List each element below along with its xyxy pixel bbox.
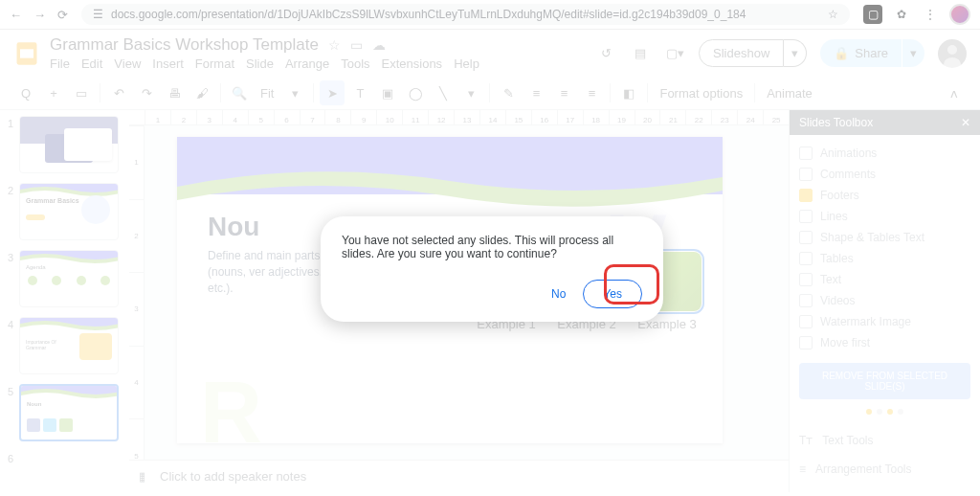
svg-rect-1: [20, 49, 33, 57]
dialog-message: You have not selected any slides. This w…: [342, 234, 642, 260]
slideshow-button[interactable]: Slideshow▾: [699, 39, 807, 67]
new-slide-icon[interactable]: +: [41, 80, 66, 105]
menu-slide[interactable]: Slide: [246, 56, 274, 71]
line-icon[interactable]: ╲: [431, 80, 456, 105]
ruler-vertical: 12345: [129, 125, 145, 492]
zoom-level[interactable]: Fit: [255, 86, 279, 101]
line-dash-icon[interactable]: ≡: [551, 80, 576, 105]
redo-icon[interactable]: ↷: [134, 80, 159, 105]
star-doc-icon[interactable]: ☆: [328, 37, 341, 53]
print-icon[interactable]: 🖶: [162, 80, 187, 105]
layout-icon[interactable]: ▭: [69, 80, 94, 105]
slides-logo-icon[interactable]: [13, 40, 40, 67]
cloud-status-icon: ☁: [372, 37, 386, 53]
back-icon[interactable]: ←: [10, 8, 22, 22]
arrangement-tools[interactable]: ≡Arrangement Tools: [799, 455, 970, 484]
app-header: Grammar Basics Workshop Template ☆ ▭ ☁ F…: [0, 30, 980, 77]
menu-view[interactable]: View: [114, 56, 141, 71]
share-button[interactable]: 🔒 Share: [820, 39, 902, 67]
textbox-icon[interactable]: T: [347, 80, 372, 105]
browser-chrome: ← → ⟳ ☰ docs.google.com/presentation/d/1…: [0, 0, 980, 30]
hide-menus-icon[interactable]: ʌ: [942, 80, 967, 105]
extension-icon-1[interactable]: ▢: [863, 5, 882, 24]
menu-extensions[interactable]: Extensions: [382, 56, 443, 71]
forward-icon[interactable]: →: [33, 8, 46, 22]
menu-format[interactable]: Format: [195, 56, 234, 71]
move-doc-icon[interactable]: ▭: [350, 37, 363, 53]
chrome-menu-icon[interactable]: ⋮: [921, 5, 940, 24]
pen-color-icon[interactable]: ✎: [496, 80, 521, 105]
site-info-icon[interactable]: ☰: [93, 8, 103, 21]
meet-icon[interactable]: ▢▾: [664, 43, 685, 64]
export-tools[interactable]: ↗Export Tools (New tools added): [799, 484, 970, 492]
speaker-notes[interactable]: Click to add speaker notes: [145, 460, 789, 492]
line-start-icon[interactable]: ≡: [579, 80, 604, 105]
dialog-no-button[interactable]: No: [544, 282, 573, 306]
thumbnail-slide-2[interactable]: Grammar Basics: [19, 183, 119, 240]
undo-icon[interactable]: ↶: [106, 80, 131, 105]
thumbnail-panel: 1 2 Grammar Basics 3 Agenda 4 Importance…: [0, 110, 129, 492]
bg-letter-r: R: [200, 364, 262, 443]
star-icon[interactable]: ☆: [828, 8, 838, 21]
menu-help[interactable]: Help: [454, 56, 479, 71]
sidebar-close-icon[interactable]: ✕: [961, 116, 970, 129]
menu-bar: File Edit View Insert Format Slide Arran…: [50, 56, 595, 71]
dialog-yes-button[interactable]: Yes: [583, 280, 642, 308]
menu-arrange[interactable]: Arrange: [285, 56, 329, 71]
lock-icon: 🔒: [834, 46, 849, 60]
comments-icon[interactable]: ▤: [630, 43, 651, 64]
menu-file[interactable]: File: [50, 56, 70, 71]
shape-icon[interactable]: ◯: [403, 80, 428, 105]
share-dropdown[interactable]: ▾: [902, 39, 924, 67]
format-options-button[interactable]: Format options: [654, 86, 748, 101]
reload-icon[interactable]: ⟳: [57, 8, 68, 22]
menu-edit[interactable]: Edit: [81, 56, 102, 71]
animate-button[interactable]: Animate: [761, 86, 818, 101]
menu-tools[interactable]: Tools: [341, 56, 369, 71]
paint-format-icon[interactable]: 🖌: [189, 80, 214, 105]
extension-puzzle-icon[interactable]: ✿: [892, 5, 911, 24]
ruler-horizontal: 1234567891011121314151617181920212223242…: [129, 110, 789, 125]
slides-toolbox-panel: Slides Toolbox ✕ Animations Comments Foo…: [789, 110, 980, 492]
line-weight-icon[interactable]: ≡: [523, 80, 548, 105]
address-bar[interactable]: ☰ docs.google.com/presentation/d/1DojUAk…: [81, 4, 850, 25]
toolbar: Q + ▭ ↶ ↷ 🖶 🖌 🔍 Fit ▾ ➤ T ▣ ◯ ╲ ▾ ✎ ≡ ≡ …: [0, 77, 980, 110]
browser-profile-avatar[interactable]: [949, 4, 970, 25]
menu-insert[interactable]: Insert: [152, 56, 184, 71]
thumbnail-slide-1[interactable]: [19, 116, 119, 173]
thumbnail-slide-5[interactable]: Noun: [19, 384, 119, 441]
sidebar-title: Slides Toolbox: [799, 116, 873, 129]
transition-icon[interactable]: ◧: [616, 80, 641, 105]
select-tool-icon[interactable]: ➤: [320, 80, 345, 105]
confirm-dialog: You have not selected any slides. This w…: [321, 216, 663, 322]
history-icon[interactable]: ↺: [595, 43, 616, 64]
sidebar-remove-button[interactable]: REMOVE FROM SELECTED SLIDE(S): [799, 363, 970, 399]
account-avatar[interactable]: [938, 39, 967, 68]
thumbnail-slide-4[interactable]: Importance Of Grammar: [19, 317, 119, 374]
text-tools[interactable]: TᴛText Tools: [799, 426, 970, 455]
image-icon[interactable]: ▣: [375, 80, 400, 105]
thumbnail-slide-3[interactable]: Agenda: [19, 250, 119, 307]
doc-title[interactable]: Grammar Basics Workshop Template: [50, 35, 319, 55]
zoom-icon[interactable]: 🔍: [227, 80, 252, 105]
search-menus-icon[interactable]: Q: [13, 80, 38, 105]
url-text: docs.google.com/presentation/d/1DojUAkIb…: [111, 8, 746, 21]
